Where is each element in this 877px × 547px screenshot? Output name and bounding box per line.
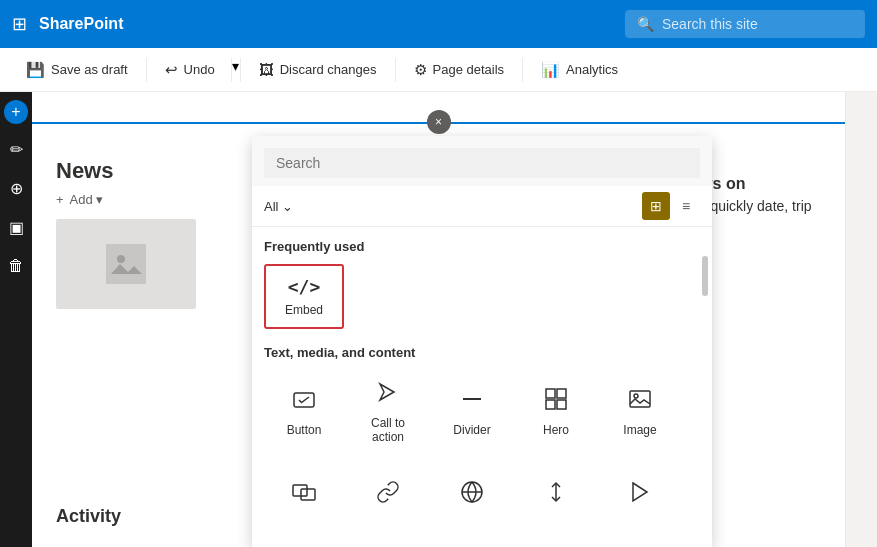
undo-icon: ↩ [165, 61, 178, 79]
call-to-action-webpart-item[interactable]: Call to action [348, 370, 428, 454]
webpart-panel: All ⌄ ⊞ ≡ Frequently used [252, 136, 712, 547]
svg-rect-6 [546, 400, 555, 409]
image-gallery-icon [292, 480, 316, 510]
app-grid-icon[interactable]: ⊞ [12, 13, 27, 35]
edit-sidebar-icon[interactable]: ✏ [2, 132, 31, 167]
globe-icon [460, 480, 484, 510]
button-label: Button [287, 423, 322, 437]
analytics-icon: 📊 [541, 61, 560, 79]
button-webpart-item[interactable]: Button [264, 370, 344, 454]
content-area: × News + Add ▾ with news on be able to q… [32, 92, 845, 547]
toolbar-divider-4 [522, 58, 523, 82]
close-panel-button[interactable]: × [427, 110, 451, 134]
add-section-button[interactable]: + [4, 100, 28, 124]
svg-rect-4 [546, 389, 555, 398]
add-webpart-zone: × [32, 108, 845, 136]
divider-webpart-item[interactable]: Divider [432, 370, 512, 454]
svg-rect-8 [630, 391, 650, 407]
main-layout: + ✏ ⊕ ▣ 🗑 × News + Add ▾ [0, 92, 877, 547]
add-label: Add ▾ [70, 192, 104, 207]
discard-button[interactable]: 🖼 Discard changes [249, 55, 387, 84]
spacer-webpart-item[interactable] [516, 470, 596, 520]
toolbar-divider-2 [240, 58, 241, 82]
image-gallery-webpart-item[interactable] [264, 470, 344, 520]
frequently-used-grid: </> Embed [264, 264, 700, 329]
discard-icon: 🖼 [259, 61, 274, 78]
delete-sidebar-icon[interactable]: 🗑 [0, 249, 32, 283]
image-webpart-item[interactable]: Image [600, 370, 680, 454]
embed-icon: </> [288, 276, 321, 297]
divider-label: Divider [453, 423, 490, 437]
frequently-used-label: Frequently used [264, 239, 700, 254]
svg-rect-0 [106, 244, 146, 284]
svg-rect-5 [557, 389, 566, 398]
add-icon: + [56, 192, 64, 207]
text-media-label: Text, media, and content [264, 345, 700, 360]
text-media-grid-row2 [264, 470, 700, 520]
link-icon [376, 480, 400, 510]
search-input[interactable] [662, 16, 853, 32]
undo-button[interactable]: ↩ Undo [155, 55, 225, 85]
activity-section: Activity [56, 506, 121, 527]
call-to-action-label: Call to action [354, 416, 422, 444]
svg-rect-11 [301, 489, 315, 500]
move-sidebar-icon[interactable]: ⊕ [2, 171, 31, 206]
list-view-button[interactable]: ≡ [672, 192, 700, 220]
top-nav: ⊞ SharePoint 🔍 [0, 0, 877, 48]
grid-icon: ⊞ [650, 198, 662, 214]
search-icon: 🔍 [637, 16, 654, 32]
save-icon: 💾 [26, 61, 45, 79]
filter-chevron-icon: ⌄ [282, 199, 293, 214]
toolbar-divider-1 [146, 58, 147, 82]
list-icon: ≡ [682, 198, 690, 214]
svg-rect-7 [557, 400, 566, 409]
panel-scrollbar[interactable] [702, 256, 708, 296]
left-sidebar: + ✏ ⊕ ▣ 🗑 [0, 92, 32, 547]
call-to-action-icon [376, 380, 400, 410]
right-panel [845, 92, 877, 547]
site-map-webpart-item[interactable] [432, 470, 512, 520]
undo-dropdown[interactable]: ▾ [231, 58, 232, 82]
sharepoint-logo: SharePoint [39, 15, 123, 33]
filter-all-label: All [264, 199, 278, 214]
gear-icon: ⚙ [414, 61, 427, 79]
hero-webpart-item[interactable]: Hero [516, 370, 596, 454]
toolbar-divider-3 [395, 58, 396, 82]
panel-filter-row: All ⌄ ⊞ ≡ [252, 186, 712, 227]
image-placeholder [56, 219, 196, 309]
hero-label: Hero [543, 423, 569, 437]
spacer-icon [544, 480, 568, 510]
grid-view-button[interactable]: ⊞ [642, 192, 670, 220]
link-webpart-item[interactable] [348, 470, 428, 520]
toolbar: 💾 Save as draft ↩ Undo ▾ 🖼 Discard chang… [0, 48, 877, 92]
view-toggle: ⊞ ≡ [642, 192, 700, 220]
embed-webpart-item[interactable]: </> Embed [264, 264, 344, 329]
image-label: Image [623, 423, 656, 437]
svg-rect-10 [293, 485, 307, 496]
panel-search-input[interactable] [264, 148, 700, 178]
panel-body: Frequently used </> Embed Text, media, a… [252, 227, 712, 547]
text-media-grid: Button Call to action Divider [264, 370, 700, 454]
filter-dropdown[interactable]: All ⌄ [264, 199, 293, 214]
button-icon [292, 387, 316, 417]
layout-sidebar-icon[interactable]: ▣ [1, 210, 32, 245]
embed-label: Embed [285, 303, 323, 317]
page-details-button[interactable]: ⚙ Page details [404, 55, 515, 85]
save-draft-button[interactable]: 💾 Save as draft [16, 55, 138, 85]
stream-webpart-item[interactable] [600, 470, 680, 520]
stream-icon [628, 480, 652, 510]
hero-icon [544, 387, 568, 417]
panel-search-area [252, 136, 712, 186]
image-icon [628, 387, 652, 417]
svg-point-9 [634, 394, 638, 398]
divider-icon [460, 387, 484, 417]
svg-point-1 [117, 255, 125, 263]
analytics-button[interactable]: 📊 Analytics [531, 55, 628, 85]
search-box[interactable]: 🔍 [625, 10, 865, 38]
svg-marker-14 [633, 483, 647, 501]
